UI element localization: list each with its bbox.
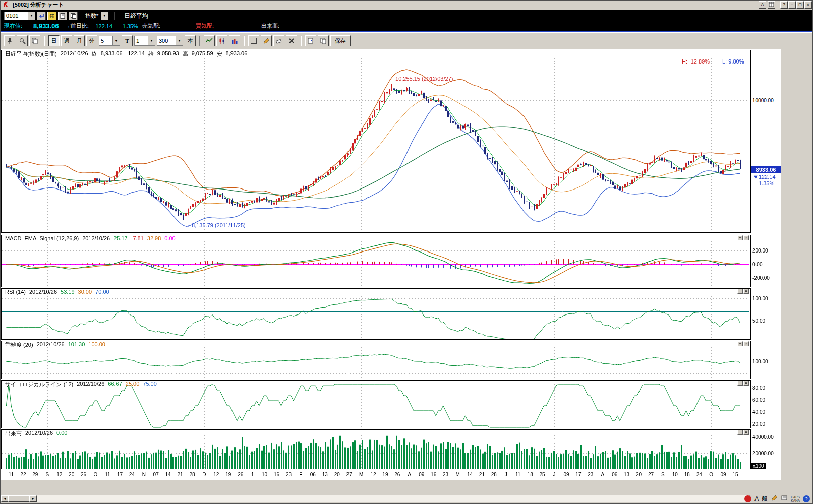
- low-annotation: ← 8,135.79 (2011/11/25): [185, 222, 246, 228]
- kairi-minimize-button[interactable]: −: [737, 341, 743, 346]
- current-price-label: 現在値:: [4, 22, 22, 30]
- help-tray-icon[interactable]: ?: [803, 495, 810, 502]
- kairi-axis-label: 100.00: [752, 359, 768, 364]
- delete-x-icon[interactable]: [286, 35, 297, 46]
- pencil-icon[interactable]: [261, 35, 272, 46]
- volume-minimize-button[interactable]: −: [737, 430, 743, 435]
- kairi-close-button[interactable]: ×: [743, 341, 749, 346]
- period-day-button[interactable]: 日: [48, 35, 60, 46]
- eraser-icon[interactable]: [273, 35, 284, 46]
- psych-axis-label: 20.00: [752, 421, 765, 427]
- window-grid-icon[interactable]: [768, 1, 775, 9]
- psych-panel-header: サイコロジカルライン (12)2012/10/26 66.67 25.00 75…: [5, 381, 157, 388]
- macd-panel-header: MACD_EMA_Signal (12,26,9)2012/10/26 25.1…: [5, 235, 176, 241]
- minimize-button[interactable]: −: [788, 1, 796, 9]
- volume-close-button[interactable]: ×: [743, 430, 749, 435]
- volume-label: 出来高:: [261, 22, 279, 30]
- main-open-value: 9,058.93: [157, 50, 179, 58]
- symbol-input-combo[interactable]: ▼: [4, 12, 35, 20]
- macd-minimize-button[interactable]: −: [737, 235, 743, 240]
- psych-minimize-button[interactable]: −: [737, 381, 743, 386]
- main-chart-title: 日経平均(指数)(日間): [5, 50, 57, 58]
- zoom-icon[interactable]: [17, 35, 28, 46]
- macd-axis-label: 200.00: [752, 248, 768, 254]
- bar-chart-icon[interactable]: [229, 35, 240, 46]
- edit-page-icon[interactable]: [58, 12, 67, 20]
- period-month-button[interactable]: 月: [74, 35, 85, 46]
- caps-kana-indicator: CAPS KANA: [791, 495, 800, 502]
- toolbar-divider: [301, 36, 302, 46]
- copy-page-icon[interactable]: [69, 12, 78, 20]
- change-pct-value: -1.35%: [121, 23, 138, 29]
- main-close-value: 8,933.06: [101, 50, 123, 58]
- psych-close-button[interactable]: ×: [743, 381, 749, 386]
- rsi-axis-label: 100.00: [752, 296, 768, 301]
- new-window-icon[interactable]: [305, 35, 316, 46]
- grid-icon[interactable]: [248, 35, 259, 46]
- save-button[interactable]: 保存: [330, 35, 351, 46]
- symbol-enter-button[interactable]: [37, 12, 46, 20]
- scroll-left-button[interactable]: ◄: [1, 495, 9, 502]
- copy-chart-icon[interactable]: [29, 35, 40, 46]
- line-chart-icon[interactable]: [204, 35, 215, 46]
- macd-axis-label: -200.00: [752, 275, 770, 281]
- annotation-mode-button[interactable]: A: [759, 1, 766, 9]
- maximize-button[interactable]: □: [796, 1, 804, 9]
- rsi-close-button[interactable]: ×: [743, 289, 749, 294]
- symbol-dropdown-arrow[interactable]: ▼: [28, 12, 35, 20]
- horizontal-scrollbar[interactable]: ◄ ►: [1, 495, 750, 502]
- chart-canvas[interactable]: [1, 50, 751, 480]
- bars-dropdown-arrow[interactable]: ▼: [176, 36, 183, 45]
- psych-axis-label: 40.00: [752, 409, 765, 415]
- volume-axis-label: 40000.00: [752, 434, 774, 440]
- bid-label: 買気配:: [196, 22, 214, 30]
- stock-name-label: 日経平均: [124, 12, 148, 20]
- candlestick-chart-icon[interactable]: [216, 35, 227, 46]
- system-tray: A 般 CAPS KANA ?: [744, 494, 810, 503]
- index-select[interactable]: 指数* ▼: [83, 12, 115, 20]
- psych-axis-label: 80.00: [752, 385, 765, 391]
- count-select[interactable]: 1 ▼: [134, 36, 155, 46]
- price-change-tag: ▼122.14: [753, 174, 776, 180]
- toolbar-divider: [44, 36, 45, 46]
- main-low-value: 8,933.06: [226, 50, 248, 58]
- current-price-tag: 8933.06: [751, 166, 781, 173]
- psych-axis-label: 60.00: [752, 397, 765, 403]
- ime-conversion-mode[interactable]: 般: [762, 495, 768, 503]
- volume-unit-label: x100: [751, 463, 766, 469]
- scrollbar-thumb[interactable]: [8, 495, 29, 502]
- ime-tools-icon[interactable]: [781, 494, 788, 503]
- toolbar-divider: [244, 36, 245, 46]
- pin-icon[interactable]: [4, 35, 15, 46]
- count-dropdown-arrow[interactable]: ▼: [148, 36, 155, 45]
- period-week-button[interactable]: 週: [61, 35, 72, 46]
- symbol-input[interactable]: [6, 13, 22, 19]
- quote-bar: 現在値: 8,933.06 →前日比: -122.14 -1.35% 売気配: …: [0, 21, 813, 32]
- minute-interval-select[interactable]: 5 ▼: [99, 36, 120, 46]
- ime-pen-icon[interactable]: [771, 494, 778, 503]
- app-logo-icon: [2, 0, 10, 10]
- meigara-list-button[interactable]: 銘: [47, 12, 56, 20]
- kairi-panel-header: 乖離度 (20)2012/10/26 101.30 100.00: [5, 341, 105, 349]
- scroll-right-button[interactable]: ►: [29, 495, 37, 502]
- duplicate-page-icon[interactable]: [318, 35, 329, 46]
- low-change-stat: L: 9.80%: [722, 58, 744, 65]
- chart-toolbar: 日 週 月 分 5 ▼ T 1 ▼ 300 ▼ 本 保存: [0, 32, 813, 49]
- hon-button[interactable]: 本: [185, 35, 196, 46]
- index-dropdown-arrow[interactable]: ▼: [101, 12, 108, 20]
- macd-close-button[interactable]: ×: [743, 235, 749, 240]
- main-axis-label: 10000.00: [752, 98, 774, 103]
- tick-button[interactable]: T: [122, 35, 133, 46]
- close-button[interactable]: ×: [804, 1, 812, 9]
- rsi-minimize-button[interactable]: −: [737, 289, 743, 294]
- help-button[interactable]: ?: [780, 1, 788, 9]
- marketspeed-tray-icon[interactable]: [744, 495, 751, 502]
- minute-dropdown-arrow[interactable]: ▼: [112, 36, 120, 45]
- ime-input-mode[interactable]: A: [754, 495, 759, 502]
- main-chart-header: 日経平均(指数)(日間) 2012/10/26 終 8,933.06 -122.…: [5, 50, 247, 58]
- period-minute-button[interactable]: 分: [86, 35, 97, 46]
- bars-count-select[interactable]: 300 ▼: [157, 36, 183, 46]
- ask-label: 売気配:: [142, 22, 160, 30]
- change-value: -122.14: [94, 23, 112, 29]
- high-change-stat: H: -12.89%: [682, 58, 710, 65]
